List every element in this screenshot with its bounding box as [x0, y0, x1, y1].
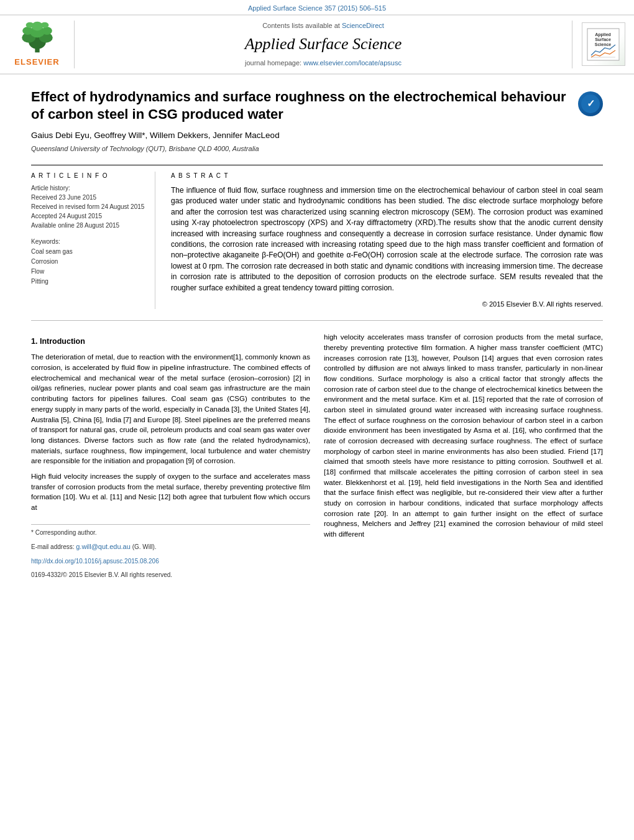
corresponding-author-note: * Corresponding author.	[31, 528, 310, 538]
available-online-date: Available online 28 August 2015	[31, 221, 145, 230]
right-col-paragraph-1: high velocity accelerates mass transfer …	[324, 332, 603, 539]
elsevier-logo: ELSEVIER	[6, 21, 75, 68]
accepted-date: Accepted 24 August 2015	[31, 212, 145, 221]
crossmark-badge[interactable]: ✓	[578, 91, 603, 116]
sciencedirect-anchor[interactable]: ScienceDirect	[342, 22, 384, 29]
sciencedirect-link[interactable]: Contents lists available at ScienceDirec…	[262, 21, 384, 30]
email-note: E-mail address: g.will@qut.edu.au (G. Wi…	[31, 542, 310, 552]
svg-point-5	[22, 27, 32, 35]
affiliation: Queensland University of Technology (QUT…	[31, 144, 603, 154]
journal-logo-right: Applied Surface Science	[572, 21, 628, 68]
abstract-title: A B S T R A C T	[171, 172, 603, 180]
authors-line: Gaius Debi Eyu, Geoffrey Will*, Willem D…	[31, 130, 603, 142]
article-info-title: A R T I C L E I N F O	[31, 172, 145, 180]
elsevier-tree-icon	[16, 21, 59, 55]
svg-text:✓: ✓	[587, 98, 595, 109]
footnote-area: * Corresponding author. E-mail address: …	[31, 524, 310, 580]
svg-text:Science: Science	[595, 42, 612, 47]
keywords-label: Keywords:	[31, 238, 145, 246]
introduction-heading: 1. Introduction	[31, 336, 310, 347]
issn-note: 0169-4332/© 2015 Elsevier B.V. All right…	[31, 571, 310, 580]
body-left-col: 1. Introduction The deterioration of met…	[31, 332, 310, 585]
svg-point-9	[40, 22, 48, 28]
received-revised-date: Received in revised form 24 August 2015	[31, 203, 145, 211]
svg-point-8	[25, 22, 34, 28]
article-history: Article history: Received 23 June 2015 R…	[31, 184, 145, 230]
article-info-abstract-section: A R T I C L E I N F O Article history: R…	[31, 165, 603, 309]
article-title: Effect of hydrodynamics and surface roug…	[31, 88, 569, 124]
journal-title: Applied Surface Science	[245, 33, 402, 55]
article-title-section: Effect of hydrodynamics and surface roug…	[31, 88, 603, 124]
journal-citation: Applied Surface Science 357 (2015) 506–5…	[0, 0, 634, 14]
keyword-4: Pitting	[31, 277, 145, 286]
received-date: Received 23 June 2015	[31, 193, 145, 202]
abstract-text: The influence of fluid flow, surface rou…	[171, 185, 603, 293]
journal-homepage: journal homepage: www.elsevier.com/locat…	[245, 58, 402, 68]
body-two-col: 1. Introduction The deterioration of met…	[31, 332, 603, 585]
homepage-link[interactable]: www.elsevier.com/locate/apsusc	[303, 59, 402, 67]
journal-logo-box: Applied Surface Science	[582, 22, 625, 66]
elsevier-brand-text: ELSEVIER	[14, 57, 59, 68]
article-info-col: A R T I C L E I N F O Article history: R…	[31, 172, 155, 309]
intro-paragraph-1: The deterioration of metal, due to react…	[31, 352, 310, 466]
email-link[interactable]: g.will@qut.edu.au	[76, 543, 131, 550]
svg-text:Applied: Applied	[595, 32, 611, 37]
keyword-1: Coal seam gas	[31, 247, 145, 256]
svg-text:Surface: Surface	[595, 37, 611, 42]
section-divider	[31, 320, 603, 321]
abstract-copyright: © 2015 Elsevier B.V. All rights reserved…	[171, 300, 603, 309]
doi-anchor[interactable]: http://dx.doi.org/10.1016/j.apsusc.2015.…	[31, 558, 159, 565]
keyword-3: Flow	[31, 267, 145, 276]
journal-center: Contents lists available at ScienceDirec…	[81, 21, 566, 68]
history-label: Article history:	[31, 184, 145, 193]
keywords-section: Keywords: Coal seam gas Corrosion Flow P…	[31, 238, 145, 286]
content-area: Effect of hydrodynamics and surface roug…	[0, 88, 634, 585]
journal-header-bar: ELSEVIER Contents lists available at Sci…	[0, 14, 634, 74]
doi-link-note: http://dx.doi.org/10.1016/j.apsusc.2015.…	[31, 557, 310, 566]
intro-paragraph-2: High fluid velocity increases the supply…	[31, 471, 310, 513]
body-right-col: high velocity accelerates mass transfer …	[324, 332, 603, 585]
abstract-col: A B S T R A C T The influence of fluid f…	[171, 172, 603, 309]
keyword-2: Corrosion	[31, 257, 145, 266]
svg-point-6	[42, 27, 52, 35]
